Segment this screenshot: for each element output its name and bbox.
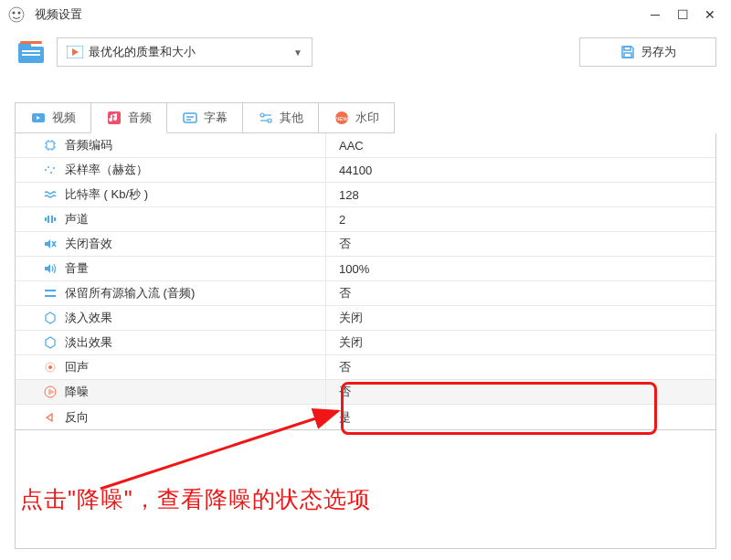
wave-dots-icon bbox=[43, 163, 58, 177]
volume-icon bbox=[43, 261, 58, 276]
svg-marker-46 bbox=[46, 337, 55, 348]
tab-video[interactable]: 视频 bbox=[15, 102, 91, 133]
close-button[interactable]: ✕ bbox=[696, 4, 724, 26]
setting-row-samplerate[interactable]: 采样率（赫兹） 44100 bbox=[16, 158, 715, 183]
svg-rect-11 bbox=[624, 53, 631, 58]
play-preset-icon bbox=[67, 46, 83, 58]
svg-text:NEW: NEW bbox=[335, 116, 348, 122]
setting-row-mute[interactable]: 关闭音效 否 bbox=[16, 232, 715, 257]
hexagon-icon bbox=[43, 311, 58, 325]
svg-marker-9 bbox=[72, 48, 79, 56]
svg-point-2 bbox=[18, 12, 21, 15]
setting-row-keepstreams[interactable]: 保留所有源输入流 (音频) 否 bbox=[16, 281, 715, 306]
settings-icon bbox=[258, 110, 274, 126]
svg-rect-39 bbox=[51, 216, 53, 223]
save-icon bbox=[620, 45, 635, 59]
svg-point-49 bbox=[45, 386, 56, 397]
toolbar: 最优化的质量和大小 ▼ 另存为 bbox=[0, 29, 731, 75]
window-title: 视频设置 bbox=[35, 6, 641, 23]
tab-audio[interactable]: 音频 bbox=[90, 102, 167, 133]
setting-row-codec[interactable]: 音频编码 AAC bbox=[16, 133, 715, 158]
tab-label: 视频 bbox=[52, 110, 76, 126]
tab-watermark[interactable]: NEW 水印 bbox=[318, 102, 395, 133]
wave-icon bbox=[43, 187, 58, 202]
titlebar: 视频设置 ─ ☐ ✕ bbox=[0, 0, 731, 29]
preset-dropdown[interactable]: 最优化的质量和大小 ▼ bbox=[57, 37, 313, 67]
svg-rect-38 bbox=[48, 216, 49, 223]
tab-label: 字幕 bbox=[204, 110, 228, 126]
tab-subtitle[interactable]: 字幕 bbox=[166, 102, 243, 133]
save-as-button[interactable]: 另存为 bbox=[579, 37, 716, 67]
mute-icon bbox=[43, 237, 58, 251]
audio-icon bbox=[106, 110, 122, 126]
save-as-label: 另存为 bbox=[641, 44, 676, 60]
tab-label: 音频 bbox=[128, 110, 152, 126]
setting-row-reverse[interactable]: 反向 是 bbox=[16, 405, 715, 429]
chevron-down-icon: ▼ bbox=[293, 48, 302, 58]
svg-rect-15 bbox=[184, 113, 196, 122]
svg-rect-5 bbox=[22, 50, 40, 52]
window-controls: ─ ☐ ✕ bbox=[641, 4, 724, 26]
maximize-button[interactable]: ☐ bbox=[669, 4, 696, 26]
svg-point-36 bbox=[53, 167, 55, 169]
tab-other[interactable]: 其他 bbox=[242, 102, 319, 133]
svg-point-18 bbox=[260, 113, 264, 117]
setting-row-fadein[interactable]: 淡入效果 关闭 bbox=[16, 306, 715, 331]
new-badge-icon: NEW bbox=[334, 110, 350, 126]
channels-icon bbox=[43, 212, 58, 227]
svg-rect-7 bbox=[20, 41, 42, 44]
svg-point-0 bbox=[9, 7, 24, 22]
svg-rect-6 bbox=[22, 54, 40, 56]
folder-icon[interactable] bbox=[15, 37, 48, 67]
preset-label: 最优化的质量和大小 bbox=[89, 44, 196, 60]
settings-table: 音频编码 AAC 采样率（赫兹） 44100 比特率 ( Kb/秒 ) 128 … bbox=[15, 133, 716, 430]
svg-rect-40 bbox=[54, 217, 56, 221]
setting-row-volume[interactable]: 音量 100% bbox=[16, 257, 715, 281]
svg-point-20 bbox=[268, 119, 271, 122]
tab-label: 水印 bbox=[355, 110, 379, 126]
minimize-button[interactable]: ─ bbox=[641, 4, 669, 26]
svg-rect-10 bbox=[624, 47, 630, 50]
reverse-icon bbox=[43, 410, 58, 425]
svg-point-1 bbox=[13, 12, 16, 15]
svg-marker-54 bbox=[47, 414, 52, 421]
hexagon-icon bbox=[43, 335, 58, 350]
subtitle-icon bbox=[182, 110, 198, 126]
tabs: 视频 音频 字幕 其他 NEW 水印 bbox=[0, 102, 731, 133]
echo-icon bbox=[43, 360, 58, 375]
denoise-icon bbox=[43, 385, 58, 399]
annotation-text: 点击"降噪"，查看降噪的状态选项 bbox=[20, 484, 371, 514]
setting-row-echo[interactable]: 回声 否 bbox=[16, 355, 715, 380]
setting-row-bitrate[interactable]: 比特率 ( Kb/秒 ) 128 bbox=[16, 183, 715, 207]
setting-row-fadeout[interactable]: 淡出效果 关闭 bbox=[16, 331, 715, 355]
svg-rect-37 bbox=[45, 217, 47, 221]
tab-label: 其他 bbox=[280, 110, 303, 126]
app-icon bbox=[7, 5, 26, 24]
lines-icon bbox=[43, 286, 58, 301]
svg-point-34 bbox=[48, 166, 49, 168]
svg-point-47 bbox=[48, 365, 52, 369]
svg-point-33 bbox=[45, 169, 47, 171]
svg-marker-45 bbox=[46, 312, 55, 323]
video-icon bbox=[30, 110, 47, 126]
setting-row-denoise[interactable]: 降噪 否 bbox=[16, 380, 715, 405]
svg-point-35 bbox=[50, 172, 52, 174]
svg-rect-24 bbox=[47, 142, 54, 149]
setting-row-channels[interactable]: 声道 2 bbox=[16, 207, 715, 232]
chip-icon bbox=[43, 138, 58, 153]
